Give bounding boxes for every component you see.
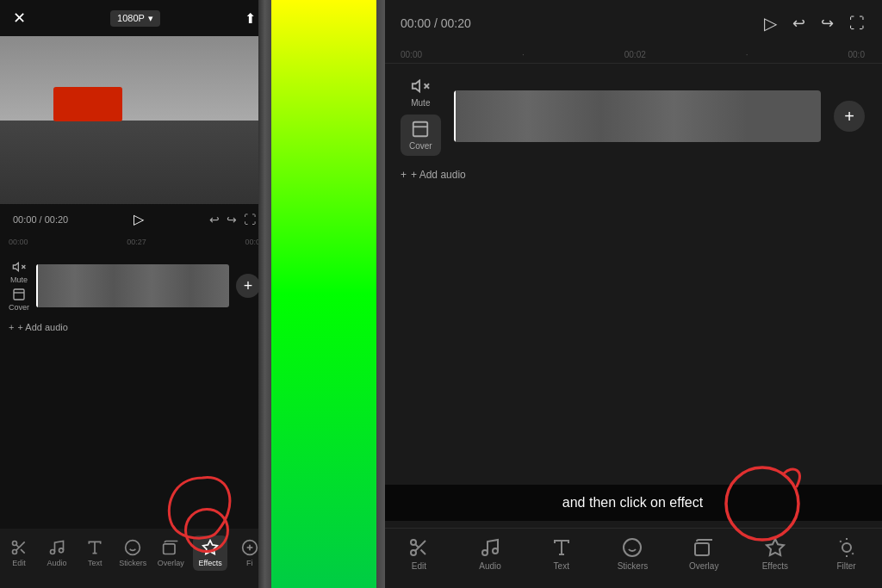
cover-button-right[interactable]: Cover xyxy=(401,115,441,156)
toolbar-effects-left[interactable]: Effects xyxy=(193,535,227,571)
right-controls: ▷ ↩ ↪ ⛶ xyxy=(764,13,865,34)
resolution-label: 1080P xyxy=(117,13,145,23)
svg-rect-24 xyxy=(413,122,428,137)
gradient-strip xyxy=(271,0,383,588)
filter-icon-right xyxy=(836,537,857,558)
marker-dot1: · xyxy=(522,50,525,59)
bus-shape xyxy=(53,87,122,121)
svg-point-10 xyxy=(59,548,64,553)
toolbar-filter-right[interactable]: Filter xyxy=(825,537,868,571)
time-display-left: 00:00 / 00:20 xyxy=(13,214,68,225)
svg-point-5 xyxy=(13,550,17,554)
toolbar-items-right: Edit Audio Text Stickers xyxy=(383,537,882,571)
marker-r1: 00:00 xyxy=(401,50,422,59)
toolbar-overlay-right[interactable]: Overlay xyxy=(682,537,725,571)
music-icon-right xyxy=(480,537,500,558)
timeline-strip-left: 00:00 00:27 00:0 xyxy=(0,234,269,253)
toolbar-audio-left[interactable]: Audio xyxy=(41,539,72,567)
filter-icon-left xyxy=(241,539,258,556)
time-display-right: 00:00 / 00:20 xyxy=(401,16,471,30)
svg-rect-3 xyxy=(14,289,24,300)
fullscreen-icon-right[interactable]: ⛶ xyxy=(849,15,865,33)
svg-line-43 xyxy=(852,553,853,554)
scissors-icon xyxy=(10,539,28,556)
toolbar-edit-left[interactable]: Edit xyxy=(3,539,34,567)
add-clip-button-left[interactable]: + xyxy=(236,274,260,298)
music-icon xyxy=(48,539,65,556)
svg-marker-38 xyxy=(767,539,784,555)
add-audio-right[interactable]: + + Add audio xyxy=(383,169,882,189)
street-scene xyxy=(0,36,269,204)
undo-icon-right[interactable]: ↩ xyxy=(792,14,805,33)
svg-line-28 xyxy=(421,549,426,554)
scissors-icon-right xyxy=(408,537,429,558)
right-track-buttons: Mute Cover xyxy=(401,77,441,156)
svg-rect-16 xyxy=(164,544,175,554)
add-clip-button-right[interactable]: + xyxy=(834,101,865,132)
overlay-icon xyxy=(162,539,179,556)
mute-button-right[interactable]: Mute xyxy=(401,77,441,108)
plus-icon-right: + xyxy=(401,169,407,181)
fullscreen-icon[interactable]: ⛶ xyxy=(244,213,256,226)
svg-point-31 xyxy=(493,548,498,554)
right-header: 00:00 / 00:20 ▷ ↩ ↪ ⛶ xyxy=(383,0,882,46)
marker-dot2: · xyxy=(746,50,748,59)
redo-icon[interactable]: ↪ xyxy=(227,213,237,226)
volume-mute-icon-right xyxy=(411,77,430,96)
svg-line-8 xyxy=(16,545,19,548)
svg-point-34 xyxy=(624,539,641,556)
left-phone: ✕ 1080P ▾ ⬆ 00:00 / 00:20 ▷ ↩ ↪ ⛶ 00:00 … xyxy=(0,0,271,588)
phone-frame-right xyxy=(376,0,385,588)
close-button[interactable]: ✕ xyxy=(13,9,26,28)
svg-line-42 xyxy=(840,541,841,542)
redo-icon-right[interactable]: ↪ xyxy=(821,14,834,33)
cover-icon-right xyxy=(411,120,430,139)
marker-r2: 00:02 xyxy=(624,50,646,59)
sticker-icon-right xyxy=(622,537,643,558)
left-phone-header: ✕ 1080P ▾ ⬆ xyxy=(0,0,269,36)
toolbar-stickers-right[interactable]: Stickers xyxy=(611,537,654,571)
volume-mute-icon xyxy=(12,260,26,274)
svg-point-30 xyxy=(482,550,488,555)
toolbar-text-left[interactable]: Text xyxy=(79,539,110,567)
toolbar-stickers-left[interactable]: Stickers xyxy=(117,539,148,567)
toolbar-audio-right[interactable]: Audio xyxy=(469,537,512,571)
cover-button-left[interactable]: Cover xyxy=(9,288,29,312)
right-video-strip xyxy=(454,90,821,142)
timeline-controls-left: 00:00 / 00:20 ▷ ↩ ↪ ⛶ xyxy=(0,204,269,234)
phone-frame-left xyxy=(258,0,271,588)
add-audio-left: + + Add audio xyxy=(0,319,269,339)
text-icon xyxy=(86,539,103,556)
track-area-left: Mute Cover + xyxy=(0,253,269,319)
control-icons-left: ↩ ↪ ⛶ xyxy=(209,213,256,226)
svg-point-4 xyxy=(13,542,17,546)
marker-r3: 00:0 xyxy=(848,50,865,59)
time-markers-left: 00:00 00:27 00:0 xyxy=(9,238,260,246)
marker-1: 00:00 xyxy=(9,238,28,246)
toolbar-overlay-left[interactable]: Overlay xyxy=(155,539,186,567)
bottom-toolbar-right: Edit Audio Text Stickers xyxy=(383,528,882,588)
toolbar-text-right[interactable]: Text xyxy=(540,537,583,571)
add-audio-button-left[interactable]: + + Add audio xyxy=(9,322,260,332)
text-icon-right xyxy=(551,537,572,558)
bottom-toolbar-left: Edit Audio Text Stickers xyxy=(0,529,269,588)
svg-marker-21 xyxy=(413,81,419,92)
toolbar-edit-right[interactable]: Edit xyxy=(397,537,440,571)
effects-icon-right xyxy=(765,537,786,558)
timeline-markers-right: 00:00 · 00:02 · 00:0 xyxy=(383,46,882,64)
marker-2: 00:27 xyxy=(127,238,146,246)
toolbar-effects-right[interactable]: Effects xyxy=(754,537,797,571)
video-thumbnail-strip-left xyxy=(36,264,229,307)
svg-marker-17 xyxy=(203,541,218,554)
play-button-left[interactable]: ▷ xyxy=(134,211,144,227)
video-preview-left xyxy=(0,36,269,204)
mute-button-left[interactable]: Mute xyxy=(9,260,29,284)
chevron-down-icon: ▾ xyxy=(148,13,153,24)
play-button-right[interactable]: ▷ xyxy=(764,13,777,34)
undo-icon[interactable]: ↩ xyxy=(209,213,220,226)
resolution-badge[interactable]: 1080P ▾ xyxy=(110,10,160,27)
cover-icon xyxy=(12,288,26,301)
svg-point-9 xyxy=(51,550,55,554)
right-track-area: Mute Cover + xyxy=(383,64,882,169)
upload-icon[interactable]: ⬆ xyxy=(245,10,256,27)
